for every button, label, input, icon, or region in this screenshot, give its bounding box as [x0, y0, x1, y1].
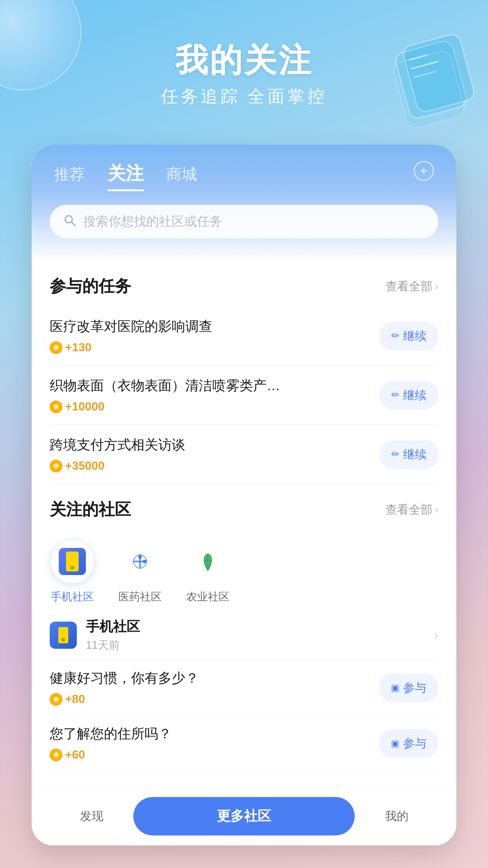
tabs-container: 推荐 关注 商城 +: [32, 145, 456, 200]
svg-line-7: [71, 222, 75, 226]
star-icon: ★: [50, 460, 62, 472]
phone-shape-small: [58, 627, 68, 643]
community-icons-row: 手机社区 医药社区: [50, 530, 438, 609]
page-subtitle: 任务追踪 全面掌控: [0, 85, 488, 108]
card-body: 参与的任务 查看全部 › 医疗改革对医院的影响调查 ★ +130 ✏ 继续: [32, 261, 456, 845]
nav-mine-label: 我的: [385, 808, 408, 824]
task-reward: ★ +35000: [50, 459, 185, 473]
star-icon: ★: [50, 749, 62, 761]
continue-button-3[interactable]: ✏ 继续: [380, 440, 438, 469]
nav-item-more-communities[interactable]: 更多社区: [133, 797, 355, 835]
survey-icon: ▣: [391, 738, 399, 749]
edit-icon: ✏: [391, 448, 399, 460]
task-info: 健康好习惯，你有多少？ ★ +80: [50, 669, 199, 706]
tab-add-button[interactable]: +: [414, 161, 434, 181]
community-icon-circle-phone: [50, 539, 95, 584]
community-icon-medical[interactable]: 医药社区: [117, 539, 163, 604]
join-button-1[interactable]: ▣ 参与: [379, 674, 438, 702]
community-icon-circle-medical: [117, 539, 163, 584]
phone-shape: [66, 552, 79, 571]
task-item: 织物表面（衣物表面）清洁喷雾类产… ★ +10000 ✏ 继续: [50, 366, 438, 425]
search-placeholder: 搜索你想找的社区或任务: [83, 213, 222, 230]
tab-recommend[interactable]: 推荐: [54, 164, 85, 189]
task-info: 医疗改革对医院的影响调查 ★ +130: [50, 317, 212, 354]
search-icon: [63, 214, 76, 230]
task-reward: ★ +130: [50, 340, 212, 354]
community-task-item: 健康好习惯，你有多少？ ★ +80 ▣ 参与: [50, 660, 438, 716]
chevron-right-icon: ›: [435, 281, 438, 292]
task-info: 跨境支付方式相关访谈 ★ +35000: [50, 436, 185, 473]
task-info: 您了解您的住所吗？ ★ +60: [50, 725, 172, 762]
chevron-right-icon: ›: [435, 504, 438, 516]
followed-communities-view-all[interactable]: 查看全部 ›: [385, 502, 438, 518]
task-info: 织物表面（衣物表面）清洁喷雾类产… ★ +10000: [50, 377, 280, 414]
community-list-item[interactable]: 手机社区 11天前 ›: [50, 609, 438, 660]
followed-communities-header: 关注的社区 查看全部 ›: [50, 484, 438, 530]
community-icon-phone[interactable]: 手机社区: [50, 539, 95, 604]
task-reward: ★ +10000: [50, 400, 280, 414]
edit-icon: ✏: [391, 330, 399, 342]
community-label-medical: 医药社区: [118, 590, 162, 604]
participated-tasks-view-all[interactable]: 查看全部 ›: [385, 278, 438, 294]
nav-item-discover[interactable]: 发现: [50, 808, 133, 824]
community-time: 11天前: [86, 638, 434, 652]
task-name: 医疗改革对医院的影响调查: [50, 317, 212, 336]
svg-point-10: [138, 555, 142, 559]
join-button-2[interactable]: ▣ 参与: [379, 729, 438, 758]
svg-point-11: [143, 560, 146, 563]
page-title: 我的关注: [0, 41, 488, 80]
phone-community-logo: [59, 548, 86, 575]
star-icon: ★: [50, 401, 62, 413]
tab-shop[interactable]: 商城: [166, 164, 197, 189]
task-item: 跨境支付方式相关访谈 ★ +35000 ✏ 继续: [50, 425, 438, 484]
community-label-phone: 手机社区: [51, 590, 94, 604]
community-chevron-icon: ›: [434, 628, 438, 642]
task-name: 健康好习惯，你有多少？: [50, 669, 199, 688]
task-name: 跨境支付方式相关访谈: [50, 436, 185, 454]
tab-follow[interactable]: 关注: [108, 161, 144, 191]
star-icon: ★: [50, 341, 62, 354]
community-label-agriculture: 农业社区: [186, 590, 230, 604]
community-logo: [50, 622, 77, 649]
main-card: 推荐 关注 商城 + 搜索你想找的社区或任务 参与的任务 查看全部 ›: [32, 145, 456, 845]
continue-button-1[interactable]: ✏ 继续: [380, 322, 438, 350]
community-icon-agriculture[interactable]: 农业社区: [185, 539, 230, 604]
task-item: 医疗改革对医院的影响调查 ★ +130 ✏ 继续: [50, 307, 438, 366]
edit-icon: ✏: [391, 389, 399, 401]
community-name: 手机社区: [86, 618, 434, 636]
star-icon: ★: [50, 693, 62, 706]
followed-communities-title: 关注的社区: [50, 499, 131, 521]
community-icon-circle-agriculture: [185, 539, 230, 584]
community-task-item: 您了解您的住所吗？ ★ +60 ▣ 参与: [50, 716, 438, 771]
community-info: 手机社区 11天前: [86, 618, 434, 652]
task-name: 您了解您的住所吗？: [50, 725, 172, 743]
survey-icon: ▣: [391, 682, 399, 693]
task-reward: ★ +60: [50, 748, 172, 762]
card-top: 推荐 关注 商城 + 搜索你想找的社区或任务: [32, 145, 456, 261]
nav-item-mine[interactable]: 我的: [355, 808, 438, 824]
participated-tasks-title: 参与的任务: [50, 275, 131, 297]
continue-button-2[interactable]: ✏ 继续: [380, 381, 438, 410]
task-reward: ★ +80: [50, 692, 199, 706]
search-bar[interactable]: 搜索你想找的社区或任务: [50, 205, 438, 238]
task-name: 织物表面（衣物表面）清洁喷雾类产…: [50, 377, 280, 395]
bottom-nav: 发现 更多社区 我的: [32, 787, 456, 845]
participated-tasks-header: 参与的任务 查看全部 ›: [50, 261, 438, 307]
nav-discover-label: 发现: [80, 808, 103, 824]
header: 我的关注 任务追踪 全面掌控: [0, 0, 488, 126]
